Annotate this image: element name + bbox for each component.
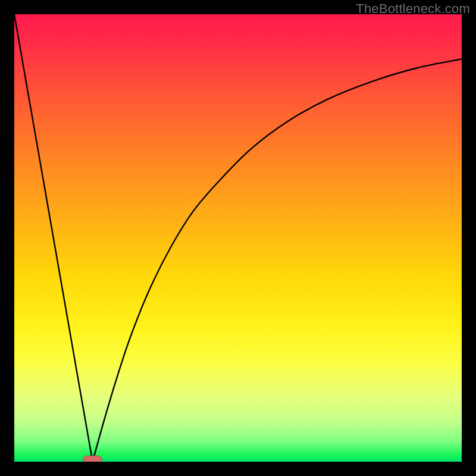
curve-layer (14, 14, 462, 462)
chart-frame: TheBottleneck.com (0, 0, 476, 476)
watermark-text: TheBottleneck.com (356, 1, 470, 17)
minimum-marker (83, 456, 102, 462)
plot-area (14, 14, 462, 462)
bottleneck-curve (14, 14, 462, 462)
